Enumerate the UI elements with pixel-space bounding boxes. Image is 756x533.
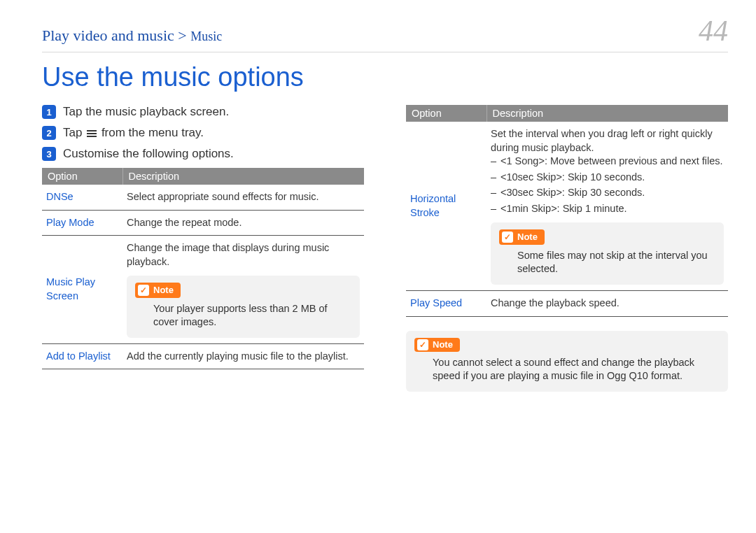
note-label: Note (433, 339, 453, 350)
option-desc: Set the interval when you drag left or r… (486, 122, 728, 291)
option-desc: Add the currently playing music file to … (122, 343, 364, 369)
note-tag: ✓ Note (414, 338, 460, 352)
note-tag: ✓ Note (499, 229, 545, 245)
step-badge: 1 (42, 105, 56, 119)
page-title: Use the music options (42, 62, 728, 92)
col-description: Description (122, 168, 364, 185)
note-label: Note (517, 231, 538, 243)
check-icon: ✓ (502, 232, 513, 243)
note-box-bottom: ✓ Note You cannot select a sound effect … (406, 331, 728, 392)
right-column: Option Description Horizontal Stroke Set… (406, 105, 728, 392)
note-body: You cannot select a sound effect and cha… (414, 356, 720, 383)
option-desc: Select appropriate sound effects for mus… (122, 185, 364, 210)
table-row: DNSe Select appropriate sound effects fo… (42, 185, 364, 210)
breadcrumb-sep: > (178, 27, 186, 44)
check-icon: ✓ (138, 285, 149, 296)
divider (42, 52, 728, 52)
col-option: Option (406, 105, 486, 122)
list-item: <30sec Skip>: Skip 30 seconds. (491, 186, 724, 200)
option-desc: Change the playback speed. (486, 291, 728, 317)
option-desc: Change the image that displays during mu… (122, 236, 364, 344)
list-item: <1 Song>: Move between previous and next… (491, 155, 724, 169)
step-3: 3 Customise the following options. (42, 147, 364, 161)
step-text: Customise the following options. (63, 147, 234, 161)
list-item: <10sec Skip>: Skip 10 seconds. (491, 171, 724, 185)
page-number: 44 (699, 14, 728, 48)
check-icon: ✓ (417, 339, 428, 350)
table-row: Music Play Screen Change the image that … (42, 236, 364, 344)
list-item: <1min Skip>: Skip 1 minute. (491, 202, 724, 216)
menu-icon (87, 130, 97, 137)
note-body: Some files may not skip at the interval … (499, 249, 715, 276)
table-row: Horizontal Stroke Set the interval when … (406, 122, 728, 291)
table-row: Add to Playlist Add the currently playin… (42, 343, 364, 369)
step-1: 1 Tap the music playback screen. (42, 105, 364, 119)
breadcrumb-sub: Music (190, 29, 222, 43)
col-option: Option (42, 168, 122, 185)
left-column: 1 Tap the music playback screen. 2 Tap f… (42, 105, 364, 392)
col-description: Description (486, 105, 728, 122)
table-row: Play Mode Change the repeat mode. (42, 210, 364, 236)
options-table-right: Option Description Horizontal Stroke Set… (406, 105, 728, 317)
option-name: Play Mode (42, 210, 122, 236)
step-badge: 3 (42, 147, 56, 161)
option-name: Horizontal Stroke (406, 122, 486, 291)
table-row: Play Speed Change the playback speed. (406, 291, 728, 317)
option-desc: Change the repeat mode. (122, 210, 364, 236)
note-box: ✓ Note Some files may not skip at the in… (491, 222, 724, 285)
option-name: DNSe (42, 185, 122, 210)
note-box: ✓ Note Your player supports less than 2 … (127, 276, 360, 338)
option-name: Music Play Screen (42, 236, 122, 344)
breadcrumb: Play video and music > Music (42, 27, 222, 45)
step-text: Tap from the menu tray. (63, 126, 204, 140)
options-table-left: Option Description DNSe Select appropria… (42, 168, 364, 369)
step-text: Tap the music playback screen. (63, 105, 229, 119)
note-label: Note (153, 284, 174, 297)
bullet-list: <1 Song>: Move between previous and next… (491, 155, 724, 215)
step-2: 2 Tap from the menu tray. (42, 126, 364, 140)
breadcrumb-main: Play video and music (42, 27, 174, 44)
note-tag: ✓ Note (135, 283, 181, 298)
step-badge: 2 (42, 126, 56, 140)
option-name: Add to Playlist (42, 343, 122, 369)
option-name: Play Speed (406, 291, 486, 317)
note-body: Your player supports less than 2 MB of c… (135, 302, 351, 329)
